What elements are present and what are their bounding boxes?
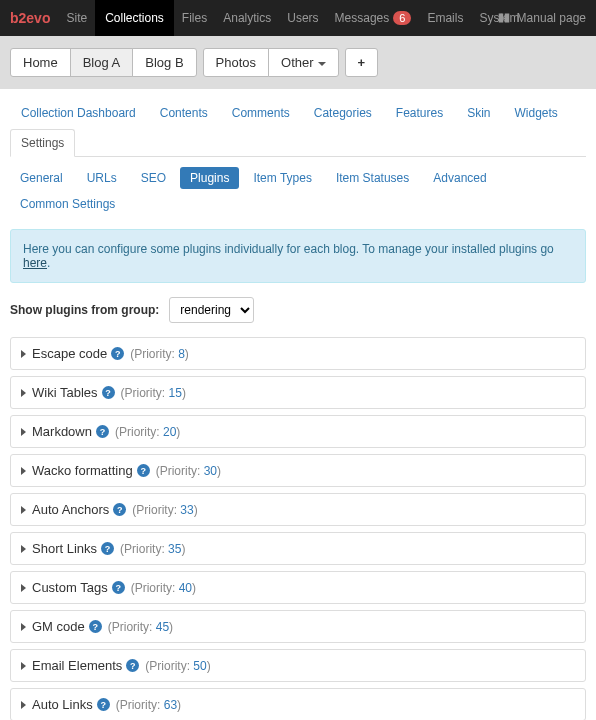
plugin-priority: (Priority: 30) <box>156 464 221 478</box>
help-icon[interactable]: ? <box>112 581 125 594</box>
plugin-panel: Auto Links?(Priority: 63) <box>10 688 586 720</box>
plugin-header-escape-code[interactable]: Escape code?(Priority: 8) <box>11 338 585 369</box>
nav-collections[interactable]: Collections <box>95 0 174 36</box>
plugin-panel: Wacko formatting?(Priority: 30) <box>10 454 586 487</box>
plugin-name: Short Links <box>32 541 97 556</box>
tab-contents[interactable]: Contents <box>149 99 219 127</box>
plugin-panel: Auto Anchors?(Priority: 33) <box>10 493 586 526</box>
plugin-priority: (Priority: 50) <box>145 659 210 673</box>
filter-row: Show plugins from group: rendering <box>10 297 586 323</box>
help-icon[interactable]: ? <box>102 386 115 399</box>
filter-label: Show plugins from group: <box>10 303 159 317</box>
plugin-panel: Wiki Tables?(Priority: 15) <box>10 376 586 409</box>
group-select[interactable]: rendering <box>169 297 254 323</box>
plugin-panel: Custom Tags?(Priority: 40) <box>10 571 586 604</box>
tab-skin[interactable]: Skin <box>456 99 501 127</box>
nav-messages[interactable]: Messages6 <box>335 0 412 36</box>
plugin-header-markdown[interactable]: Markdown?(Priority: 20) <box>11 416 585 447</box>
pill-item-types[interactable]: Item Types <box>243 167 321 189</box>
plugins-list: Escape code?(Priority: 8)Wiki Tables?(Pr… <box>10 337 586 720</box>
caret-right-icon <box>21 350 26 358</box>
plugin-header-gm-code[interactable]: GM code?(Priority: 45) <box>11 611 585 642</box>
tab-widgets[interactable]: Widgets <box>504 99 569 127</box>
plugin-priority: (Priority: 40) <box>131 581 196 595</box>
tab-settings[interactable]: Settings <box>10 129 75 157</box>
plugin-priority: (Priority: 20) <box>115 425 180 439</box>
coll-tab-photos[interactable]: Photos <box>203 48 269 77</box>
caret-right-icon <box>21 584 26 592</box>
plugin-header-custom-tags[interactable]: Custom Tags?(Priority: 40) <box>11 572 585 603</box>
plugins-manage-link[interactable]: here <box>23 256 47 270</box>
help-icon[interactable]: ? <box>111 347 124 360</box>
caret-right-icon <box>21 701 26 709</box>
caret-right-icon <box>21 428 26 436</box>
content-area: Collection DashboardContentsCommentsCate… <box>0 89 596 720</box>
help-icon[interactable]: ? <box>137 464 150 477</box>
plugin-name: Auto Links <box>32 697 93 712</box>
help-icon[interactable]: ? <box>96 425 109 438</box>
plugin-priority: (Priority: 63) <box>116 698 181 712</box>
manual-page-link[interactable]: Manual page <box>498 11 586 25</box>
plugin-name: Escape code <box>32 346 107 361</box>
help-icon[interactable]: ? <box>89 620 102 633</box>
coll-tab-other[interactable]: Other <box>268 48 339 77</box>
nav-users[interactable]: Users <box>287 0 318 36</box>
plugin-name: Auto Anchors <box>32 502 109 517</box>
settings-pills: GeneralURLsSEOPluginsItem TypesItem Stat… <box>10 167 586 215</box>
plugin-name: Wiki Tables <box>32 385 98 400</box>
pill-seo[interactable]: SEO <box>131 167 176 189</box>
plugin-header-auto-links[interactable]: Auto Links?(Priority: 63) <box>11 689 585 720</box>
plugin-header-short-links[interactable]: Short Links?(Priority: 35) <box>11 533 585 564</box>
caret-right-icon <box>21 467 26 475</box>
messages-badge: 6 <box>393 11 411 25</box>
plugin-header-wiki-tables[interactable]: Wiki Tables?(Priority: 15) <box>11 377 585 408</box>
collection-tabs-bar: HomeBlog ABlog B PhotosOther + <box>0 36 596 89</box>
plugin-priority: (Priority: 35) <box>120 542 185 556</box>
tab-collection-dashboard[interactable]: Collection Dashboard <box>10 99 147 127</box>
plugin-panel: GM code?(Priority: 45) <box>10 610 586 643</box>
help-icon[interactable]: ? <box>113 503 126 516</box>
nav-emails[interactable]: Emails <box>427 0 463 36</box>
pill-general[interactable]: General <box>10 167 73 189</box>
plugin-header-email-elements[interactable]: Email Elements?(Priority: 50) <box>11 650 585 681</box>
plugin-priority: (Priority: 15) <box>121 386 186 400</box>
pill-urls[interactable]: URLs <box>77 167 127 189</box>
tab-comments[interactable]: Comments <box>221 99 301 127</box>
caret-right-icon <box>21 662 26 670</box>
plugin-name: Email Elements <box>32 658 122 673</box>
plugin-panel: Markdown?(Priority: 20) <box>10 415 586 448</box>
pill-advanced[interactable]: Advanced <box>423 167 496 189</box>
coll-tab-blog-b[interactable]: Blog B <box>132 48 196 77</box>
section-tabs: Collection DashboardContentsCommentsCate… <box>10 99 586 157</box>
plugin-name: Markdown <box>32 424 92 439</box>
add-collection-button[interactable]: + <box>345 48 379 77</box>
top-nav: b2evo SiteCollectionsFilesAnalyticsUsers… <box>0 0 596 36</box>
info-alert: Here you can configure some plugins indi… <box>10 229 586 283</box>
plugin-header-wacko-formatting[interactable]: Wacko formatting?(Priority: 30) <box>11 455 585 486</box>
coll-tab-blog-a[interactable]: Blog A <box>70 48 134 77</box>
caret-right-icon <box>21 545 26 553</box>
help-icon[interactable]: ? <box>126 659 139 672</box>
nav-analytics[interactable]: Analytics <box>223 0 271 36</box>
book-icon <box>498 12 510 24</box>
help-icon[interactable]: ? <box>101 542 114 555</box>
nav-site[interactable]: Site <box>66 0 87 36</box>
tab-categories[interactable]: Categories <box>303 99 383 127</box>
plugin-name: Custom Tags <box>32 580 108 595</box>
plugin-priority: (Priority: 8) <box>130 347 189 361</box>
pill-item-statuses[interactable]: Item Statuses <box>326 167 419 189</box>
plugin-panel: Email Elements?(Priority: 50) <box>10 649 586 682</box>
brand-logo[interactable]: b2evo <box>10 10 50 26</box>
caret-right-icon <box>21 623 26 631</box>
plugin-priority: (Priority: 45) <box>108 620 173 634</box>
pill-common-settings[interactable]: Common Settings <box>10 193 125 215</box>
caret-right-icon <box>21 389 26 397</box>
pill-plugins[interactable]: Plugins <box>180 167 239 189</box>
nav-files[interactable]: Files <box>182 0 207 36</box>
help-icon[interactable]: ? <box>97 698 110 711</box>
plugin-panel: Escape code?(Priority: 8) <box>10 337 586 370</box>
plugin-header-auto-anchors[interactable]: Auto Anchors?(Priority: 33) <box>11 494 585 525</box>
coll-tab-home[interactable]: Home <box>10 48 71 77</box>
caret-right-icon <box>21 506 26 514</box>
tab-features[interactable]: Features <box>385 99 454 127</box>
